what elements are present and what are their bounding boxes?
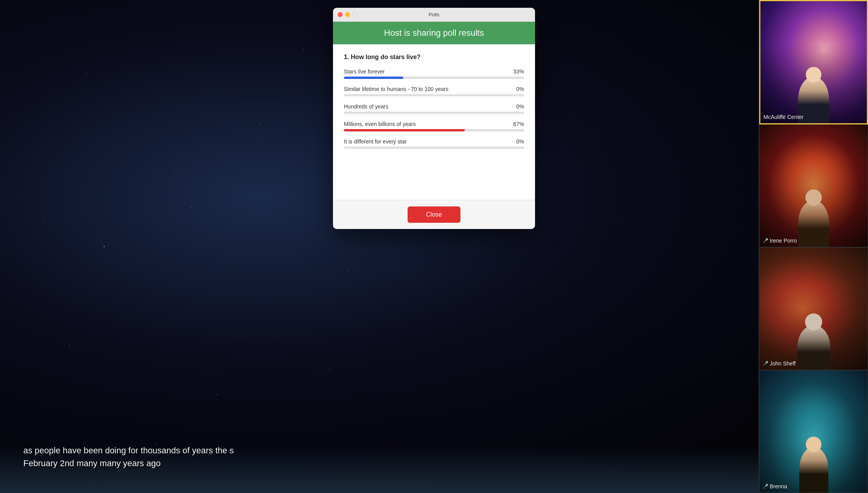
modal-footer: Close [333, 200, 535, 229]
option-3-pct: 0% [516, 103, 524, 110]
tile-label-mcauliffe: McAuliffe Center [763, 114, 804, 120]
poll-question: 1. How long do stars live? [344, 54, 524, 61]
video-sidebar: McAuliffe Center 🎤 Irene Porro 🎤 John Sh… [759, 0, 868, 493]
option-5-bar-track [344, 147, 524, 149]
option-4-label: Millions, even billions of years [344, 121, 416, 127]
polls-modal: Polls Host is sharing poll results 1. Ho… [333, 8, 535, 229]
video-tile-john: 🎤 John Sheff [759, 247, 868, 370]
option-1-label: Stars live forever [344, 68, 385, 75]
irene-name: Irene Porro [770, 238, 797, 244]
minimize-button[interactable] [345, 12, 350, 17]
poll-option-3: Hundreds of years 0% [344, 103, 524, 114]
video-tile-brenna: 🎤 Brenna [759, 370, 868, 493]
subtitles-area: as people have been doing for thousands … [23, 444, 234, 470]
video-tile-mcauliffe: McAuliffe Center [759, 0, 868, 124]
poll-option-5: It is different for every star 0% [344, 138, 524, 149]
tile-label-brenna: 🎤 Brenna [763, 483, 787, 490]
option-4-pct: 67% [513, 121, 524, 127]
tile-label-john: 🎤 John Sheff [763, 360, 796, 367]
muted-icon-brenna: 🎤 [763, 484, 768, 489]
titlebar-buttons [338, 12, 357, 17]
mcauliffe-name: McAuliffe Center [763, 114, 804, 120]
option-2-bar-track [344, 94, 524, 96]
option-1-bar-fill [344, 77, 403, 79]
option-2-pct: 0% [516, 86, 524, 92]
option-1-pct: 33% [513, 68, 524, 75]
close-window-button[interactable] [338, 12, 343, 17]
muted-icon-irene: 🎤 [763, 238, 768, 243]
option-5-pct: 0% [516, 138, 524, 145]
video-tile-irene: 🎤 Irene Porro [759, 124, 868, 247]
sidebar-separator [758, 0, 759, 493]
option-4-bar-fill [344, 129, 465, 131]
poll-header-banner: Host is sharing poll results [333, 22, 535, 44]
close-poll-button[interactable]: Close [408, 206, 461, 223]
titlebar: Polls [333, 8, 535, 22]
john-name: John Sheff [770, 360, 796, 367]
maximize-button[interactable] [352, 12, 357, 17]
option-3-bar-track [344, 112, 524, 114]
question-text: How long do stars live? [351, 54, 421, 60]
poll-content-area: 1. How long do stars live? Stars live fo… [333, 44, 535, 200]
muted-icon-john: 🎤 [763, 361, 768, 366]
option-3-label: Hundreds of years [344, 103, 388, 110]
window-title: Polls [429, 12, 439, 17]
tile-label-irene: 🎤 Irene Porro [763, 238, 797, 244]
option-5-label: It is different for every star [344, 138, 407, 145]
brenna-name: Brenna [770, 483, 787, 490]
option-1-bar-track [344, 77, 524, 79]
option-4-bar-track [344, 129, 524, 131]
poll-option-1: Stars live forever 33% [344, 68, 524, 79]
option-2-label: Similar lifetime to humans - 70 to 100 y… [344, 86, 448, 92]
poll-header-title: Host is sharing poll results [341, 28, 527, 38]
poll-option-4: Millions, even billions of years 67% [344, 121, 524, 131]
question-number: 1. [344, 54, 349, 60]
poll-option-2: Similar lifetime to humans - 70 to 100 y… [344, 86, 524, 96]
subtitle-line2: February 2nd many many years ago [23, 457, 234, 470]
subtitle-line1: as people have been doing for thousands … [23, 444, 234, 457]
